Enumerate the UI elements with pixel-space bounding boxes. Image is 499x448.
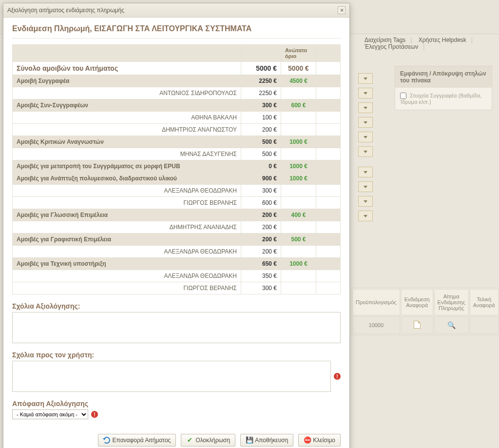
- category-limit: 1000 €: [281, 173, 316, 185]
- col-interim-report: Ενδιάμεση Αναφορά: [401, 289, 433, 315]
- person-name: ΓΙΩΡΓΟΣ ΒΕΡΑΝΗΣ: [13, 282, 241, 294]
- person-value: 350 €: [241, 270, 281, 282]
- reset-button-label: Επαναφορά Αιτήματος: [113, 437, 171, 444]
- title-divider: [12, 38, 341, 39]
- category-value: 900 €: [241, 173, 281, 185]
- col-extra: [316, 45, 341, 62]
- table-row: 10000 🔍: [352, 316, 499, 334]
- modal-close-button[interactable]: ✕: [338, 6, 345, 14]
- category-value: 0 €: [241, 160, 281, 173]
- filter-dropdown[interactable]: [358, 167, 373, 177]
- person-row: ΑΛΕΞΑΝΔΡΑ ΘΕΟΔΩΡΑΚΗ300 €: [13, 185, 341, 197]
- filter-dropdown[interactable]: [358, 117, 373, 128]
- col-limit: Ανώτατο όριο: [281, 45, 316, 62]
- close-button[interactable]: ⛔ Κλείσιμο: [298, 434, 341, 447]
- total-limit: 5000 €: [281, 62, 316, 75]
- filter-dropdown-column: [358, 73, 373, 225]
- complete-button[interactable]: ✔ Ολοκλήρωση: [181, 434, 235, 447]
- close-icon: ✕: [340, 7, 344, 14]
- filter-dropdown[interactable]: [358, 196, 373, 207]
- person-value: 200 €: [241, 246, 281, 258]
- cell-final-report: [470, 316, 499, 334]
- category-limit: 4500 €: [281, 75, 316, 87]
- category-value: 2250 €: [241, 75, 281, 87]
- filter-dropdown[interactable]: [358, 73, 373, 84]
- eval-comments-input[interactable]: [12, 312, 341, 343]
- person-value: 300 €: [241, 185, 281, 197]
- person-value: 100 €: [241, 112, 281, 124]
- total-row: Σύνολο αμοιβών του Αιτήματος 5000 € 5000…: [13, 62, 341, 75]
- floppy-icon: 💾: [246, 437, 252, 444]
- category-label: Αμοιβές για μετατροπή του Συγγράμματος σ…: [13, 160, 241, 173]
- close-button-label: Κλείσιμο: [313, 437, 335, 444]
- person-value: 300 €: [241, 282, 281, 294]
- category-label: Αμοιβές για Γραφιστική Επιμέλεια: [13, 234, 241, 246]
- modal-header: Αξιολόγηση αιτήματος ενδιάμεσης πληρωμής…: [3, 3, 349, 18]
- category-limit: 1000 €: [281, 136, 316, 148]
- save-button-label: Αποθήκευση: [255, 437, 288, 444]
- person-value: 600 €: [241, 197, 281, 209]
- col-final-report: Τελική Αναφορά: [470, 289, 499, 315]
- category-row: Αμοιβές για Τεχνική υποστήριξη650 €1000 …: [13, 258, 341, 270]
- person-row: ΔΗΜΗΤΡΙΟΣ ΑΝΑΓΝΩΣΤΟΥ200 €: [13, 124, 341, 136]
- person-name: ΔΗΜΗΤΡΙΟΣ ΑΝΑΓΝΩΣΤΟΥ: [13, 124, 241, 136]
- category-row: Αμοιβές για Γραφιστική Επιμέλεια200 €500…: [13, 234, 341, 246]
- category-label: Αμοιβές για Ανάπτυξη πολυμεσικού, διαδρα…: [13, 173, 241, 185]
- error-icon: !: [334, 373, 341, 380]
- filter-dropdown[interactable]: [358, 132, 373, 142]
- person-name: ΑΛΕΞΑΝΔΡΑ ΘΕΟΔΩΡΑΚΗ: [13, 246, 241, 258]
- category-row: Αμοιβές για Γλωσσική Επιμέλεια200 €400 €: [13, 209, 341, 221]
- total-value: 5000 €: [241, 62, 281, 75]
- category-row: Αμοιβές για μετατροπή του Συγγράμματος σ…: [13, 160, 341, 173]
- cell-budget: 10000: [352, 316, 400, 334]
- category-limit: 1000 €: [281, 258, 316, 270]
- decision-label: Απόφαση Αξιολόγησης: [12, 400, 341, 408]
- category-value: 500 €: [241, 136, 281, 148]
- cell-interim-report[interactable]: [401, 316, 433, 334]
- toggle-author-details[interactable]: Στοιχεία Συγγραφέα (Βαθμίδα, Ίδρυμα κλπ.…: [400, 93, 481, 105]
- person-row: ΓΙΩΡΓΟΣ ΒΕΡΑΝΗΣ300 €: [13, 282, 341, 294]
- user-comments-input[interactable]: [12, 361, 331, 392]
- cell-interim-payment[interactable]: 🔍: [434, 316, 469, 334]
- filter-dropdown[interactable]: [358, 146, 373, 157]
- results-table: Προϋπολογισμός Ενδιάμεση Αναφορά Αίτημα …: [351, 288, 499, 335]
- menu-item[interactable]: Διαχείριση Tags: [365, 37, 405, 43]
- modal-title: Αξιολόγηση αιτήματος ενδιάμεσης πληρωμής: [7, 7, 124, 14]
- fees-table: Ανώτατο όριο Σύνολο αμοιβών του Αιτήματο…: [12, 44, 341, 294]
- toggle-author-details-checkbox[interactable]: [400, 93, 406, 99]
- person-name: ΑΛΕΞΑΝΔΡΑ ΘΕΟΔΩΡΑΚΗ: [13, 270, 241, 282]
- filter-dropdown[interactable]: [358, 181, 373, 192]
- category-label: Αμοιβή Συγγραφέα: [13, 75, 241, 87]
- category-row: Αμοιβές για Ανάπτυξη πολυμεσικού, διαδρα…: [13, 173, 341, 185]
- category-value: 650 €: [241, 258, 281, 270]
- eval-comments-label: Σχόλια Αξιολόγησης:: [12, 302, 341, 310]
- category-limit: 1000 €: [281, 160, 316, 173]
- filter-dropdown[interactable]: [358, 102, 373, 113]
- category-label: Αμοιβές για Τεχνική υποστήριξη: [13, 258, 241, 270]
- document-icon: [414, 321, 421, 329]
- total-label: Σύνολο αμοιβών του Αιτήματος: [13, 62, 241, 75]
- menu-item[interactable]: Έλεγχος Προτάσεων: [365, 43, 418, 50]
- evaluation-modal: Αξιολόγηση αιτήματος ενδιάμεσης πληρωμής…: [3, 3, 350, 448]
- person-name: ΑΝΤΩΝΙΟΣ ΣΙΔΗΡΟΠΟΥΛΟΣ: [13, 87, 241, 99]
- person-row: ΜΗΝΑΣ ΔΑΣΥΓΕΝΗΣ500 €: [13, 148, 341, 160]
- category-label: Αμοιβές για Γλωσσική Επιμέλεια: [13, 209, 241, 221]
- col-interim-payment-request: Αίτημα Ενδιάμεσης Πληρωμής: [434, 289, 469, 315]
- modal-footer: Επαναφορά Αιτήματος ✔ Ολοκλήρωση 💾 Αποθή…: [12, 419, 341, 447]
- decision-select[interactable]: - Καμιά απόφαση ακόμη -: [12, 409, 88, 419]
- menu-item[interactable]: Χρήστες Helpdesk: [419, 37, 466, 43]
- reset-request-button[interactable]: Επαναφορά Αιτήματος: [98, 434, 176, 447]
- person-row: ΑΘΗΝΑ ΒΑΚΑΛΗ100 €: [13, 112, 341, 124]
- filter-dropdown[interactable]: [358, 88, 373, 98]
- category-row: Αμοιβές Συν-Συγγραφέων300 €600 €: [13, 99, 341, 112]
- person-value: 200 €: [241, 124, 281, 136]
- save-button[interactable]: 💾 Αποθήκευση: [240, 434, 293, 447]
- magnifier-icon: 🔍: [447, 321, 456, 329]
- person-name: ΔΗΜΗΤΡΗΣ ΑΝΑΝΙΑΔΗΣ: [13, 221, 241, 234]
- category-row: Αμοιβές Κριτικών Αναγνωστών500 €1000 €: [13, 136, 341, 148]
- complete-button-label: Ολοκλήρωση: [195, 437, 230, 444]
- top-menu: Διαχείριση Tags| Χρήστες Helpdesk| Έλεγχ…: [361, 37, 499, 50]
- filter-dropdown[interactable]: [358, 211, 373, 221]
- person-name: ΑΛΕΞΑΝΔΡΑ ΘΕΟΔΩΡΑΚΗ: [13, 185, 241, 197]
- col-label: [13, 45, 241, 62]
